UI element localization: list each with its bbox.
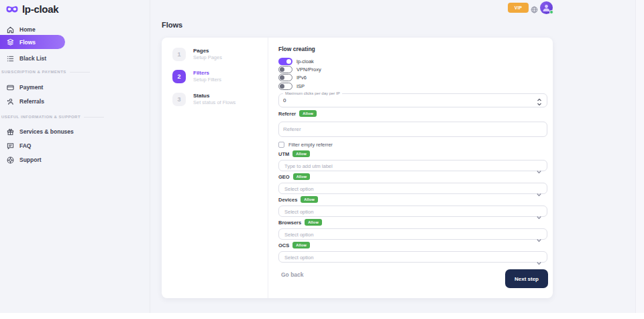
toggle-switch-icon[interactable] — [278, 58, 292, 65]
referrals-person-icon — [6, 97, 14, 105]
browsers-select[interactable]: Select option — [278, 228, 547, 240]
geo-allow-badge[interactable]: Allow — [293, 173, 311, 180]
sidebar-item-referrals[interactable]: Referrals — [0, 96, 44, 107]
sidebar-item-home[interactable]: Home — [0, 24, 36, 35]
gift-icon — [6, 128, 14, 136]
chevron-down-icon — [537, 210, 541, 213]
toggle-label: ISP — [297, 83, 305, 89]
referer-input[interactable] — [283, 122, 543, 136]
checkbox-label: Filter empty referrer — [288, 142, 333, 148]
lifebuoy-icon — [6, 156, 14, 164]
step-subtitle: Setup Filters — [193, 77, 221, 83]
sidebar-item-label: FAQ — [19, 142, 31, 149]
step-number: 1 — [172, 48, 186, 61]
toggle-lp-cloak[interactable]: lp-cloak — [278, 58, 314, 65]
referer-field[interactable] — [278, 122, 547, 137]
sidebar-item-faq[interactable]: FAQ — [0, 140, 31, 151]
geo-label-row: GEO Allow — [278, 173, 310, 180]
utm-label: UTM — [278, 151, 289, 157]
section-title: USEFUL INFORMATION & SUPPORT — [1, 115, 80, 119]
chevron-down-icon — [537, 255, 541, 259]
geo-label: GEO — [278, 174, 290, 180]
toggle-vpn-proxy[interactable]: VPN/Proxy — [278, 66, 321, 73]
toggle-isp[interactable]: ISP — [278, 83, 305, 90]
step-subtitle: Set status of Flows — [193, 99, 235, 105]
scrollbar[interactable] — [635, 0, 644, 313]
sidebar-item-label: Referrals — [19, 98, 44, 105]
number-stepper-icon[interactable] — [537, 97, 542, 105]
mask-logo-icon — [5, 5, 19, 14]
referer-label-row: Referer Allow — [278, 110, 317, 117]
sidebar-item-support[interactable]: Support — [0, 154, 42, 165]
max-clicks-label: Maximum clicks per day per IP — [283, 91, 342, 95]
select-placeholder: Type to add utm label — [284, 163, 333, 169]
user-avatar[interactable] — [540, 1, 553, 14]
sidebar-item-label: Home — [19, 26, 36, 33]
browsers-allow-badge[interactable]: Allow — [305, 219, 322, 226]
ocs-label: OCS — [278, 242, 289, 248]
toggle-switch-icon[interactable] — [278, 74, 292, 81]
devices-label-row: Devices Allow — [278, 196, 318, 203]
referer-allow-badge[interactable]: Allow — [299, 110, 317, 117]
toggle-label: IPv6 — [297, 75, 307, 81]
select-placeholder: Select option — [284, 185, 313, 191]
referer-label: Referer — [278, 111, 296, 117]
select-placeholder: Select option — [284, 254, 313, 260]
blacklist-icon — [6, 54, 14, 62]
chevron-down-icon — [537, 187, 541, 190]
ocs-allow-badge[interactable]: Allow — [292, 242, 310, 248]
brand-logo[interactable]: lp-cloak — [5, 3, 58, 15]
select-placeholder: Select option — [284, 231, 313, 237]
sidebar-section-payments: SUBSCRIPTION & PAYMENTS — [0, 70, 150, 74]
go-back-button[interactable]: Go back — [281, 271, 304, 278]
faq-chat-icon — [6, 142, 14, 150]
sidebar-item-flows[interactable]: Flows — [0, 35, 65, 49]
sidebar: lp-cloak Home Flows Black List SUBSCRIPT… — [0, 0, 150, 313]
max-clicks-input[interactable] — [283, 94, 531, 107]
toggle-label: lp-cloak — [297, 58, 314, 64]
utm-label-row: UTM Allow — [278, 150, 310, 157]
toggle-switch-icon[interactable] — [278, 83, 292, 90]
utm-allow-badge[interactable]: Allow — [292, 150, 310, 157]
browsers-label-row: Browsers Allow — [278, 219, 322, 226]
sidebar-item-label: Services & bonuses — [19, 128, 74, 135]
step-number: 3 — [172, 93, 186, 106]
utm-select[interactable]: Type to add utm label — [278, 160, 547, 171]
sidebar-item-services[interactable]: Services & bonuses — [0, 126, 74, 137]
step-pages[interactable]: 1 Pages Setup Pages — [172, 48, 222, 61]
home-icon — [6, 26, 14, 34]
section-title: SUBSCRIPTION & PAYMENTS — [1, 70, 66, 74]
toggle-label: VPN/Proxy — [297, 66, 321, 73]
ocs-select[interactable]: Select option — [278, 251, 547, 263]
card-divider — [268, 38, 268, 298]
sidebar-item-label: Flows — [19, 39, 36, 46]
step-filters[interactable]: 2 Filters Setup Filters — [172, 70, 221, 83]
filter-empty-referrer[interactable]: Filter empty referrer — [278, 141, 333, 148]
sidebar-item-black-list[interactable]: Black List — [0, 53, 46, 64]
chevron-down-icon — [537, 164, 541, 167]
online-status-dot — [549, 10, 553, 14]
step-title: Status — [193, 93, 235, 99]
step-status[interactable]: 3 Status Set status of Flows — [172, 93, 235, 106]
toggle-ipv6[interactable]: IPv6 — [278, 74, 307, 81]
geo-select[interactable]: Select option — [278, 183, 547, 194]
brand-name: lp-cloak — [22, 3, 58, 15]
language-globe-icon[interactable] — [531, 4, 538, 11]
devices-allow-badge[interactable]: Allow — [301, 196, 318, 203]
browsers-label: Browsers — [278, 220, 301, 226]
toggle-switch-icon[interactable] — [278, 66, 292, 73]
step-subtitle: Setup Pages — [193, 54, 222, 60]
flow-card: 1 Pages Setup Pages 2 Filters Setup Filt… — [162, 38, 553, 298]
sidebar-item-label: Payment — [19, 84, 43, 91]
checkbox-icon[interactable] — [278, 142, 284, 148]
next-step-button[interactable]: Next step — [505, 269, 548, 288]
devices-select[interactable]: Select option — [278, 206, 547, 217]
page-title: Flows — [162, 21, 182, 29]
sidebar-item-label: Support — [19, 156, 42, 163]
app-root: lp-cloak Home Flows Black List SUBSCRIPT… — [0, 0, 644, 319]
sidebar-item-payment[interactable]: Payment — [0, 82, 43, 93]
max-clicks-field[interactable] — [278, 93, 547, 107]
form-heading: Flow creating — [278, 46, 315, 52]
payment-card-icon — [6, 83, 14, 91]
vip-button[interactable]: VIP — [508, 3, 529, 13]
